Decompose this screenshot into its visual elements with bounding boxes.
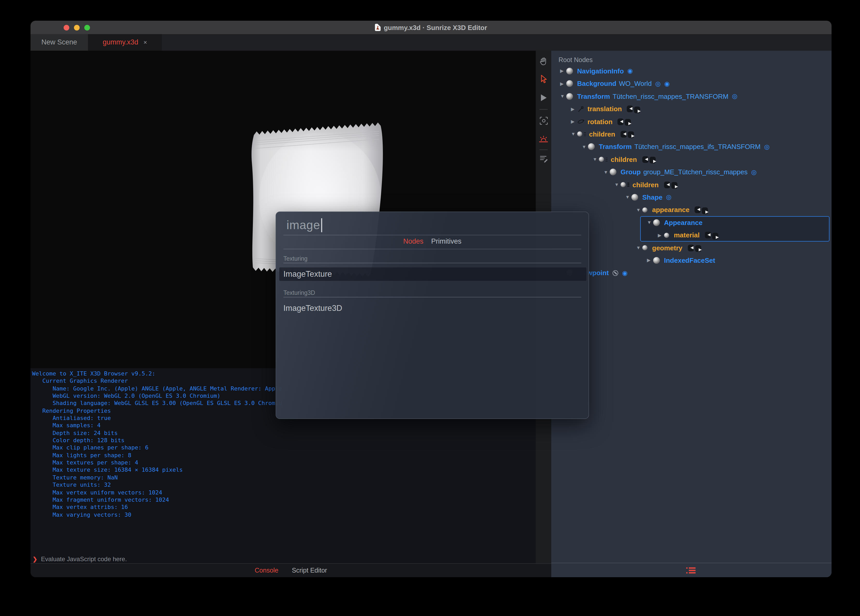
add-output-route-button[interactable] [628,132,634,138]
tree-row-material[interactable]: ▶material [551,229,832,242]
tree-row-appearance[interactable]: ▼appearance [551,204,832,216]
add-input-route-button[interactable] [695,207,701,213]
expander-open-icon[interactable]: ▼ [636,245,642,250]
route-buttons [695,206,708,214]
tree-row-children[interactable]: ▼children [551,153,832,166]
tree-row-children[interactable]: ▼children [551,178,832,191]
console-prompt[interactable]: ❯ Evaluate JavaScript code here. [30,555,536,563]
add-input-route-button[interactable] [618,118,624,125]
tree-row-shape[interactable]: ▼Shape◎ [551,191,832,204]
eye-toggle-icon[interactable]: ◎ [666,194,672,200]
tree-row-translation[interactable]: ▶translation [551,103,832,115]
expander-open-icon[interactable]: ▼ [636,207,642,212]
prompt-chevron-icon: ❯ [33,556,37,563]
dialog-result-imagetexture[interactable]: ImageTexture [279,267,587,281]
tab-close-icon[interactable]: × [143,39,147,46]
expander-open-icon[interactable]: ▼ [625,195,631,200]
bound-toggle-icon[interactable]: ◉ [622,270,628,276]
tree-row-transform[interactable]: ▼TransformTütchen_rissc_mappes_TRANSFORM… [551,90,832,103]
expander-open-icon[interactable]: ▼ [614,182,621,187]
screen: gummy.x3d · Sunrize X3D Editor New Scene… [0,0,860,616]
route-buttons [620,130,634,138]
node-sphere-icon [566,80,573,87]
expander-open-icon[interactable]: ▼ [593,157,599,162]
tab-new-scene[interactable]: New Scene [30,34,88,50]
tree-row-viewpoint[interactable]: Viewpoint◉ [551,267,832,279]
expander-closed-icon[interactable]: ▶ [571,106,577,112]
node-type-name: Background [577,80,617,88]
tree-row-indexedfaceset[interactable]: ▶IndexedFaceSet [551,254,832,267]
bound-toggle-icon[interactable]: ◉ [628,68,633,74]
dialog-tab-nodes[interactable]: Nodes [403,237,423,245]
add-input-route-button[interactable] [620,131,626,138]
sunrise-icon [539,135,548,143]
tab-script-editor[interactable]: Script Editor [292,567,327,574]
eye-toggle-icon[interactable]: ◎ [751,169,756,175]
multi-field-lines-icon [584,132,586,136]
dialog-section-underline [283,297,581,297]
add-input-route-button[interactable] [627,105,633,112]
tab-strip: New Scene gummy.x3d × [30,34,832,50]
expander-open-icon[interactable]: ▼ [647,220,653,225]
eye-toggle-icon[interactable]: ◎ [655,81,661,87]
minimize-window-button[interactable] [74,25,80,30]
field-name: children [589,130,615,138]
field-name: material [674,231,700,239]
expander-open-icon[interactable]: ▼ [571,132,577,137]
expander-open-icon[interactable]: ▼ [604,170,610,174]
add-output-route-button[interactable] [702,207,708,214]
add-input-route-button[interactable] [664,181,670,188]
select-arrow-tool-button[interactable] [536,72,551,86]
eye-toggle-icon[interactable]: ◎ [732,93,738,99]
expander-closed-icon[interactable]: ▶ [658,233,664,238]
expander-closed-icon[interactable]: ▶ [571,119,577,124]
add-output-route-button[interactable] [625,119,631,126]
expander-closed-icon[interactable]: ▶ [647,258,653,263]
tree-row-rotation[interactable]: ▶rotation [551,115,832,128]
tree-row-children[interactable]: ▼children [551,128,832,141]
eye-toggle-icon[interactable]: ◎ [764,144,770,150]
add-output-route-button[interactable] [671,182,677,189]
dialog-section-underline [283,262,581,263]
expander-open-icon[interactable]: ▼ [582,144,588,149]
pan-hand-tool-button[interactable] [536,55,551,68]
bound-toggle-icon[interactable]: ◉ [664,81,670,87]
add-output-route-button[interactable] [712,233,718,239]
add-input-route-button[interactable] [642,156,648,163]
tree-row-appearance[interactable]: ▼Appearance [551,216,832,229]
dialog-result-imagetexture3d[interactable]: ImageTexture3D [279,302,587,315]
add-output-route-button[interactable] [649,157,656,164]
tree-row-group[interactable]: ▼Groupgroup_ME_Tütchen_rissc_mappes◎ [551,166,832,178]
outline-footer-bar [551,563,832,577]
add-output-route-button[interactable] [695,245,701,252]
environment-light-button[interactable] [536,132,551,146]
play-button[interactable] [536,91,551,104]
tree-row-geometry[interactable]: ▼geometry [551,242,832,254]
snapshot-button[interactable] [536,114,551,127]
expander-open-icon[interactable]: ▼ [560,94,566,99]
dialog-tab-primitives[interactable]: Primitives [431,237,461,245]
tree-row-background[interactable]: ▶BackgroundWO_World◎◉ [551,77,832,90]
expander-closed-icon[interactable]: ▶ [560,69,566,74]
tab-console[interactable]: Console [255,567,278,574]
search-input-value: image [287,218,320,232]
node-search-dialog: image Nodes Primitives TexturingImageTex… [276,212,589,419]
tab-gummy-x3d[interactable]: gummy.x3d × [88,34,162,50]
tree-row-navigationinfo[interactable]: ▶NavigationInfo◉ [551,65,832,78]
wrench-icon[interactable] [612,270,618,276]
outline-list-icon[interactable] [686,567,697,574]
node-search-input[interactable]: image [287,218,322,232]
add-input-route-button[interactable] [705,232,711,239]
script-editor-button[interactable] [536,152,551,165]
node-sphere-icon [653,257,660,264]
expander-closed-icon[interactable]: ▶ [560,81,566,86]
field-node-icon [642,207,647,212]
tree-row-transform[interactable]: ▼TransformTütchen_rissc_mappes_ifs_TRANS… [551,140,832,153]
add-input-route-button[interactable] [687,244,694,251]
node-type-name: IndexedFaceSet [664,256,715,264]
field-name: rotation [587,118,612,126]
zoom-window-button[interactable] [84,25,90,30]
add-output-route-button[interactable] [634,106,640,113]
close-window-button[interactable] [64,25,69,30]
titlebar: gummy.x3d · Sunrize X3D Editor [30,21,832,34]
